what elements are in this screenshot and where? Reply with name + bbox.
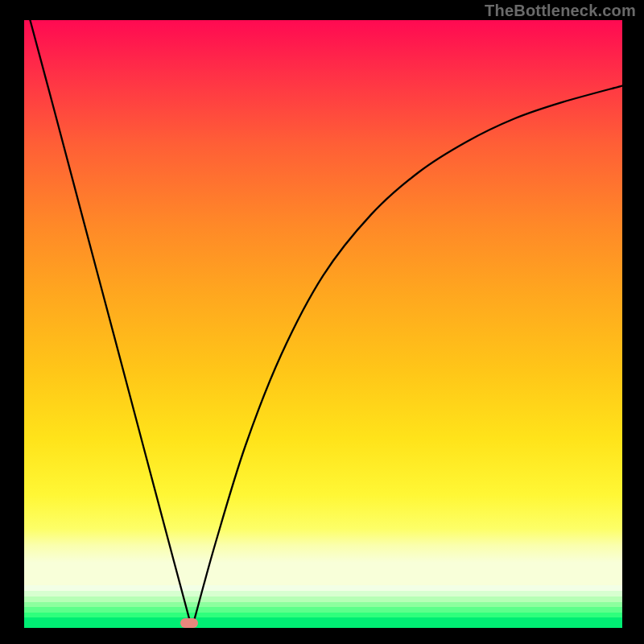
plot-area: [24, 20, 622, 628]
curve-right-branch: [193, 86, 622, 623]
chart-curves: [24, 20, 622, 628]
chart-frame: TheBottleneck.com: [0, 0, 644, 644]
watermark-text: TheBottleneck.com: [485, 2, 636, 20]
curve-left-branch: [30, 20, 190, 623]
minimum-marker: [180, 618, 198, 628]
